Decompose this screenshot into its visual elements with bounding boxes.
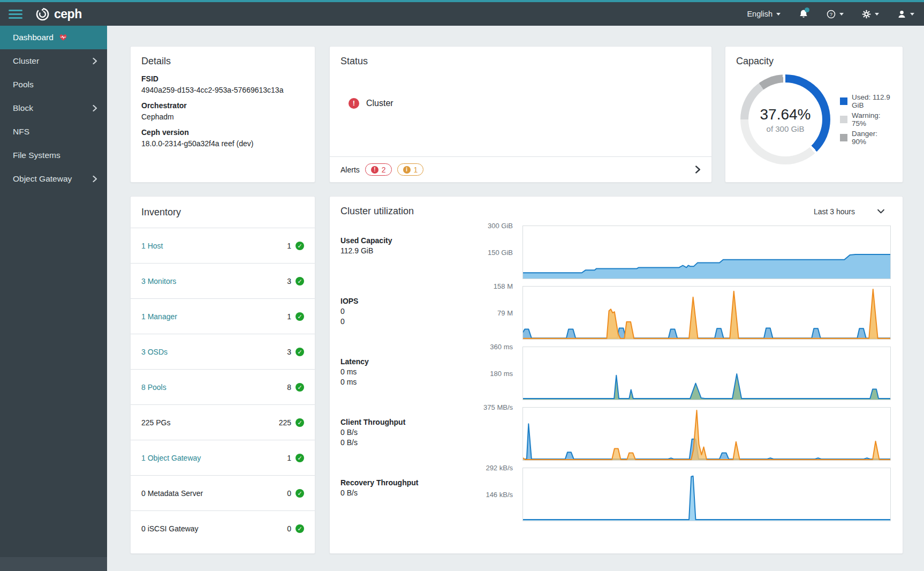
main-content: Details FSID4940a259-d153-4cc2-953a-5766… [107,26,924,571]
inventory-link[interactable]: 1 Manager [141,312,177,321]
chart-axis-ticks: 300 GiB150 GiB [474,226,522,279]
language-dropdown[interactable]: English [747,10,781,18]
brand-name: ceph [54,7,82,21]
navbar-actions: English ? [747,9,914,19]
user-icon [897,10,906,19]
status-items: !Cluster [340,98,701,109]
inventory-row: 1 Object Gateway1✓ [131,440,315,475]
alert-badge-warning[interactable]: i1 [397,163,424,176]
legend-label: Danger: 90% [852,130,892,146]
chevron-down-icon [839,13,844,16]
count-value: 0 [287,524,291,533]
chart-axis-ticks: 292 kB/s146 kB/s [474,468,522,521]
inventory-row: 1 Host1✓ [131,228,315,263]
count-value: 1 [287,242,291,250]
count-value: 1 [287,312,291,321]
chart-current-value: 0 B/s [340,438,474,447]
inventory-row: 1 Manager1✓ [131,298,315,334]
sparkline-chart-used_capacity [522,226,891,279]
time-range-label: Last 3 hours [814,207,855,216]
inventory-count: 0✓ [287,524,304,533]
chart-name: IOPS [340,297,474,305]
sidebar-item-cluster[interactable]: Cluster [0,49,107,73]
capacity-total: of 300 GiB [767,124,805,133]
sidebar: DashboardClusterPoolsBlockNFSFile System… [0,26,107,571]
inventory-count: 225✓ [279,418,304,427]
check-circle-icon: ✓ [296,312,304,321]
sidebar-item-label: Object Gateway [13,174,72,184]
chart-current-value: 0 [340,317,474,326]
heart-pulse-icon [59,33,67,42]
inventory-link[interactable]: 1 Object Gateway [141,454,201,462]
bell-icon [799,9,808,19]
sidebar-item-label: Block [13,103,33,113]
y-axis-tick: 79 M [497,309,513,317]
sidebar-item-file-systems[interactable]: File Systems [0,144,107,167]
sidebar-item-label: Pools [13,80,34,89]
details-field-label: FSID [141,74,304,83]
count-value: 225 [279,418,291,427]
capacity-title: Capacity [736,56,892,67]
chart-name: Client Throughput [340,418,474,426]
settings-dropdown[interactable] [862,10,879,19]
inventory-link[interactable]: 3 Monitors [141,277,176,286]
time-range-dropdown[interactable]: Last 3 hours [814,207,891,216]
status-footer: Alerts !2i1 [330,156,711,182]
inventory-link[interactable]: 3 OSDs [141,348,168,356]
inventory-count: 1✓ [287,312,304,321]
inventory-label: 0 Metadata Server [141,489,203,498]
inventory-link[interactable]: 8 Pools [141,383,166,392]
sidebar-item-block[interactable]: Block [0,96,107,120]
chevron-right-icon [93,176,97,182]
help-icon: ? [827,10,836,19]
inventory-count: 1✓ [287,454,304,462]
chart-name: Latency [340,357,474,366]
alerts-expand-button[interactable] [695,166,701,174]
details-title: Details [141,56,304,67]
check-circle-icon: ✓ [296,454,304,462]
menu-toggle-button[interactable] [7,7,24,21]
inventory-row: 3 OSDs3✓ [131,334,315,369]
y-axis-tick: 300 GiB [488,222,513,230]
notifications-button[interactable] [799,9,808,19]
inventory-row: 0 Metadata Server0✓ [131,475,315,510]
ceph-logo[interactable]: ceph [35,7,82,21]
details-field-value: 4940a259-d153-4cc2-953a-57669613c13a [141,86,304,94]
check-circle-icon: ✓ [296,489,304,498]
check-circle-icon: ✓ [296,383,304,392]
chart-row-client_throughput: Client Throughput0 B/s0 B/s375 MB/s [340,407,891,461]
alert-count: 1 [414,166,418,174]
sidebar-item-object-gateway[interactable]: Object Gateway [0,167,107,191]
sidebar-item-pools[interactable]: Pools [0,73,107,96]
details-field-label: Ceph version [141,128,304,137]
alert-badge-danger[interactable]: !2 [365,163,392,176]
chart-name: Recovery Throughput [340,478,474,487]
y-axis-tick: 150 GiB [488,249,513,257]
inventory-count: 0✓ [287,489,304,498]
y-axis-tick: 292 kB/s [486,464,513,472]
details-field-value: Cephadm [141,112,304,121]
sidebar-item-dashboard[interactable]: Dashboard [0,26,107,49]
capacity-donut-chart: 37.64% of 300 GiB [740,74,830,164]
inventory-link[interactable]: 1 Host [141,242,163,250]
y-axis-tick: 158 M [494,282,513,290]
inventory-label: 0 iSCSI Gateway [141,524,199,533]
chart-current-value: 0 B/s [340,489,474,497]
sidebar-item-nfs[interactable]: NFS [0,120,107,144]
capacity-legend-item: Danger: 90% [840,130,892,146]
capacity-body: 37.64% of 300 GiB Used: 112.9 GiBWarning… [736,74,892,164]
top-navbar: ceph English ? [0,2,924,26]
user-dropdown[interactable] [897,10,914,19]
inventory-row: 225 PGs225✓ [131,404,315,440]
details-field-value: 18.0.0-2314-g50a32f4a reef (dev) [141,139,304,148]
capacity-card: Capacity 37.64% of 300 GiB Used: 112.9 G… [725,46,903,183]
check-circle-icon: ✓ [296,348,304,356]
inventory-count: 1✓ [287,242,304,250]
chart-row-used_capacity: Used Capacity112.9 GiB300 GiB150 GiB [340,226,891,279]
chevron-down-icon [910,13,914,16]
capacity-percent: 37.64% [760,106,811,123]
status-item-cluster: !Cluster [349,98,701,109]
y-axis-tick: 360 ms [490,343,513,351]
help-dropdown[interactable]: ? [827,10,844,19]
chart-labels: Latency0 ms0 ms [340,347,474,400]
